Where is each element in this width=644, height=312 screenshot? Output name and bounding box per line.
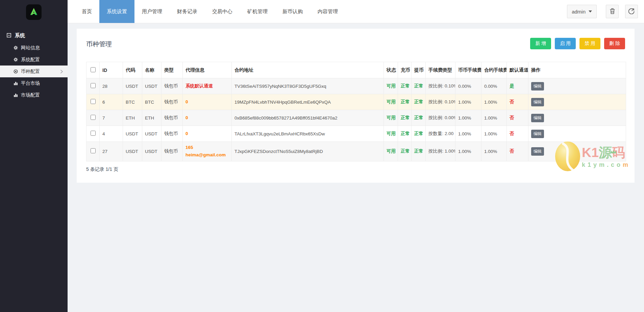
agent-line: 0 (185, 98, 229, 106)
row-checkbox-cell (86, 142, 100, 161)
row-checkbox[interactable] (91, 131, 96, 136)
cell-withdraw: 正常 (412, 110, 426, 126)
table-row: 7ETHETH钱包币00xB685ef88c009bb6578271A49Bff… (86, 110, 626, 126)
topnav-tab-交易中心[interactable]: 交易中心 (205, 0, 240, 23)
topnav-tab-用户管理[interactable]: 用户管理 (134, 0, 170, 23)
table-row: 28USDTUSDT钱包币系统默认通道TV36tSeAiTS957yNqNK3T… (86, 78, 626, 94)
cell-deposit: 正常 (398, 94, 412, 110)
cell-id: 6 (100, 94, 123, 110)
column-header: 合约地址 (232, 62, 384, 78)
cell-actions: 编辑 (528, 78, 626, 94)
cell-withdraw: 正常 (412, 142, 426, 161)
cell-agent-info: 0 (183, 94, 232, 110)
column-header: 类型 (162, 62, 183, 78)
edit-button[interactable]: 编辑 (531, 130, 544, 138)
cell-fee-type: 按比例: 1.00% (426, 142, 455, 161)
cell-agent-info: 0 (183, 126, 232, 142)
cell-withdraw: 正常 (412, 78, 426, 94)
row-checkbox[interactable] (91, 99, 96, 104)
cell-code: USDT (123, 126, 142, 142)
enable-button[interactable]: 启 用 (555, 38, 576, 49)
row-checkbox[interactable] (91, 148, 96, 153)
table-header-row: ID代码名称类型代理信息合约地址状态充币提币手续费类型币币手续费合约手续费默认通… (86, 62, 626, 78)
cell-default-channel: 否 (507, 126, 528, 142)
cell-contract-address: 19MZpFN4LvbhTNV4HpqGBRetLmEe6QPxQA (232, 94, 384, 110)
bar-chart-icon (14, 81, 18, 85)
currency-management-card: 币种管理 新 增启 用禁 用删 除 ID代码名称类型代理信息合约地址状态充币提币… (77, 29, 635, 183)
topnav-tab-财务记录[interactable]: 财务记录 (170, 0, 205, 23)
column-header: 合约手续费 (481, 62, 507, 78)
admin-username: admin (572, 9, 586, 15)
topnav-tab-内容管理[interactable]: 内容管理 (310, 0, 345, 23)
edit-button[interactable]: 编辑 (531, 147, 544, 156)
cell-coin-fee: 0.00% (455, 78, 481, 94)
column-header: 手续费类型 (426, 62, 455, 78)
admin-dropdown-button[interactable]: admin (567, 5, 597, 18)
cell-withdraw: 正常 (412, 94, 426, 110)
sidebar-item-市场配置[interactable]: 市场配置 (0, 89, 68, 101)
sidebar-item-币种配置[interactable]: 币种配置 (0, 66, 68, 77)
topnav-tab-首页[interactable]: 首页 (74, 0, 99, 23)
sidebar-group-label: 系统 (15, 32, 25, 39)
sidebar-item-平台市场[interactable]: 平台市场 (0, 77, 68, 89)
edit-button[interactable]: 编辑 (531, 114, 544, 122)
add-button[interactable]: 新 增 (530, 38, 551, 49)
sidebar-group-system[interactable]: 系统 (0, 29, 68, 42)
cell-contract-fee: 1.00% (481, 94, 507, 110)
row-checkbox-cell (86, 94, 100, 110)
column-header: 默认通道 (507, 62, 528, 78)
delete-button[interactable]: 删 除 (604, 38, 625, 49)
cell-name: USDT (142, 126, 162, 142)
sidebar-item-label: 币种配置 (21, 69, 40, 75)
cell-contract-address: TV36tSeAiTS957yNqNK3T8GF3D5gUF5Gxq (232, 78, 384, 94)
cell-code: BTC (123, 94, 142, 110)
cell-deposit: 正常 (398, 78, 412, 94)
agent-line: 0 (185, 130, 229, 137)
sidebar-item-label: 系统配置 (21, 57, 40, 63)
cell-actions: 编辑 (528, 110, 626, 126)
cell-name: USDT (142, 78, 162, 94)
cell-agent-info: 系统默认通道 (183, 78, 232, 94)
cell-name: BTC (142, 94, 162, 110)
row-checkbox[interactable] (91, 83, 96, 88)
column-header: 充币 (398, 62, 412, 78)
sidebar-item-网站信息[interactable]: 网站信息 (0, 42, 68, 54)
logout-button[interactable] (625, 5, 638, 18)
cell-type: 钱包币 (162, 126, 183, 142)
trash-icon (610, 8, 615, 15)
action-buttons: 新 增启 用禁 用删 除 (530, 38, 625, 49)
cell-code: USDT (123, 78, 142, 94)
edit-button[interactable]: 编辑 (531, 98, 544, 106)
cell-id: 28 (100, 78, 123, 94)
cell-id: 7 (100, 110, 123, 126)
cell-withdraw: 正常 (412, 126, 426, 142)
app-logo (26, 4, 42, 20)
column-header: ID (100, 62, 123, 78)
cell-deposit: 正常 (398, 110, 412, 126)
topnav-tab-新币认购[interactable]: 新币认购 (275, 0, 310, 23)
cell-actions: 编辑 (528, 94, 626, 110)
trash-button[interactable] (606, 5, 619, 18)
header-checkbox-cell (86, 62, 100, 78)
cell-contract-address: TJxpGKFEZSDonzctTNoS5uiZ8My8atRjBD (232, 142, 384, 161)
column-header: 操作 (528, 62, 626, 78)
row-checkbox-cell (86, 110, 100, 126)
sidebar-item-系统配置[interactable]: 系统配置 (0, 54, 68, 66)
cell-actions: 编辑 (528, 126, 626, 142)
topnav-tab-系统设置[interactable]: 系统设置 (99, 0, 134, 23)
topnav-tab-矿机管理[interactable]: 矿机管理 (240, 0, 275, 23)
select-all-checkbox[interactable] (91, 67, 96, 72)
cell-default-channel: 否 (507, 110, 528, 126)
edit-button[interactable]: 编辑 (531, 82, 544, 90)
cell-default-channel: 否 (507, 94, 528, 110)
cell-id: 27 (100, 142, 123, 161)
agent-line: 165 (185, 144, 229, 151)
gear-icon (14, 46, 18, 50)
disable-button[interactable]: 禁 用 (579, 38, 600, 49)
agent-line: 0 (185, 114, 229, 122)
cell-type: 钱包币 (162, 78, 183, 94)
cell-fee-type: 按比例: 0.00% (426, 110, 455, 126)
row-checkbox[interactable] (91, 115, 96, 120)
dot-circle-icon (14, 69, 18, 74)
cell-deposit: 正常 (398, 126, 412, 142)
